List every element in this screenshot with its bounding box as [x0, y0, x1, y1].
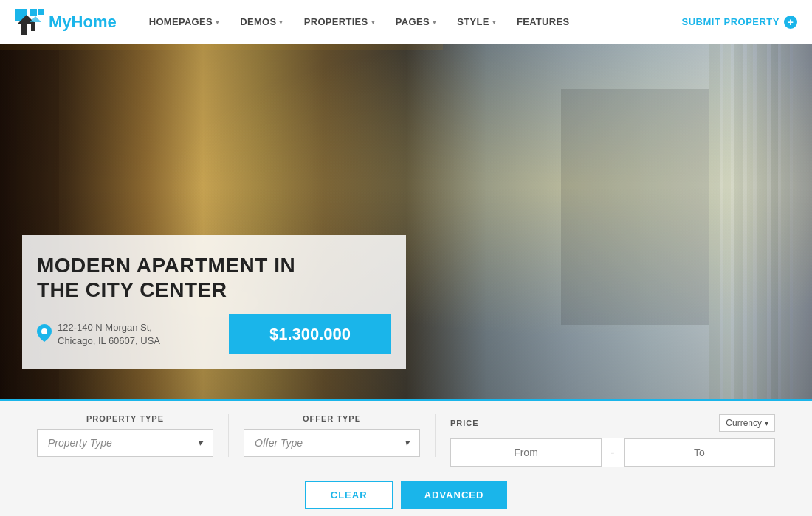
svg-rect-10 — [561, 89, 709, 325]
price-separator: - — [602, 438, 624, 467]
navbar: MyHome HOMEPAGES ▾ DEMOS ▾ PROPERTIES ▾ … — [0, 0, 812, 44]
svg-rect-1 — [30, 9, 37, 16]
price-to-input[interactable] — [624, 438, 775, 467]
svg-rect-14 — [747, 44, 753, 399]
svg-marker-4 — [30, 16, 41, 22]
search-bar: PROPERTY TYPE Property Type ▾ OFFER TYPE… — [0, 399, 812, 516]
price-label: PRICE — [450, 419, 479, 427]
nav-links: HOMEPAGES ▾ DEMOS ▾ PROPERTIES ▾ PAGES ▾… — [139, 0, 682, 44]
chevron-down-icon: ▾ — [765, 419, 768, 427]
nav-style[interactable]: STYLE ▾ — [447, 0, 506, 44]
price-from-input[interactable] — [450, 438, 602, 467]
property-title: MODERN APARTMENT IN THE CITY CENTER — [37, 253, 391, 303]
chevron-down-icon: ▾ — [198, 438, 202, 448]
price-field: PRICE Currency ▾ - — [436, 414, 790, 467]
plus-icon: + — [784, 16, 797, 29]
svg-rect-6 — [31, 22, 35, 31]
location-text: 122-140 N Morgan St, Chicago, IL 60607, … — [58, 321, 160, 348]
svg-rect-9 — [0, 44, 443, 50]
chevron-down-icon: ▾ — [492, 18, 496, 26]
price-label-row: PRICE Currency ▾ — [450, 414, 775, 432]
location-pin-icon — [37, 324, 52, 345]
property-price: $1.300.000 — [229, 314, 391, 354]
chevron-down-icon: ▾ — [433, 18, 436, 26]
currency-select[interactable]: Currency ▾ — [719, 414, 775, 432]
offer-type-label: OFFER TYPE — [303, 414, 361, 423]
submit-property-button[interactable]: SUBMIT PROPERTY + — [682, 16, 797, 29]
nav-demos[interactable]: DEMOS ▾ — [230, 0, 293, 44]
chevron-down-icon: ▾ — [371, 18, 375, 26]
property-type-field: PROPERTY TYPE Property Type ▾ — [22, 414, 229, 457]
svg-rect-2 — [38, 9, 44, 15]
svg-rect-11 — [709, 44, 720, 399]
chevron-down-icon: ▾ — [216, 18, 219, 26]
property-bottom: 122-140 N Morgan St, Chicago, IL 60607, … — [37, 314, 391, 354]
property-location: 122-140 N Morgan St, Chicago, IL 60607, … — [37, 321, 229, 348]
svg-rect-15 — [757, 44, 767, 399]
svg-rect-17 — [781, 44, 790, 399]
nav-features[interactable]: FEATURES — [506, 0, 580, 44]
svg-rect-18 — [793, 44, 812, 399]
price-inputs: - — [450, 438, 775, 467]
clear-button[interactable]: CLEAR — [305, 481, 393, 509]
property-type-label: PROPERTY TYPE — [86, 414, 164, 423]
chevron-down-icon: ▾ — [405, 438, 409, 448]
search-actions: CLEAR ADVANCED — [22, 478, 790, 509]
svg-rect-12 — [723, 44, 731, 399]
hero-section: MODERN APARTMENT IN THE CITY CENTER 122-… — [0, 44, 812, 399]
offer-type-field: OFFER TYPE Offer Type ▾ — [229, 414, 436, 457]
svg-rect-16 — [771, 44, 778, 399]
logo-text: MyHome — [49, 13, 117, 32]
property-overlay: MODERN APARTMENT IN THE CITY CENTER 122-… — [22, 235, 406, 369]
search-fields: PROPERTY TYPE Property Type ▾ OFFER TYPE… — [22, 414, 790, 467]
nav-homepages[interactable]: HOMEPAGES ▾ — [139, 0, 230, 44]
nav-properties[interactable]: PROPERTIES ▾ — [294, 0, 385, 44]
svg-rect-5 — [21, 24, 27, 35]
svg-point-19 — [41, 328, 47, 334]
property-type-select[interactable]: Property Type ▾ — [37, 429, 213, 457]
chevron-down-icon: ▾ — [279, 18, 283, 26]
logo[interactable]: MyHome — [15, 9, 117, 35]
nav-pages[interactable]: PAGES ▾ — [385, 0, 447, 44]
svg-rect-13 — [734, 44, 743, 399]
logo-icon — [15, 9, 44, 35]
advanced-button[interactable]: ADVANCED — [401, 481, 508, 509]
offer-type-select[interactable]: Offer Type ▾ — [244, 429, 420, 457]
